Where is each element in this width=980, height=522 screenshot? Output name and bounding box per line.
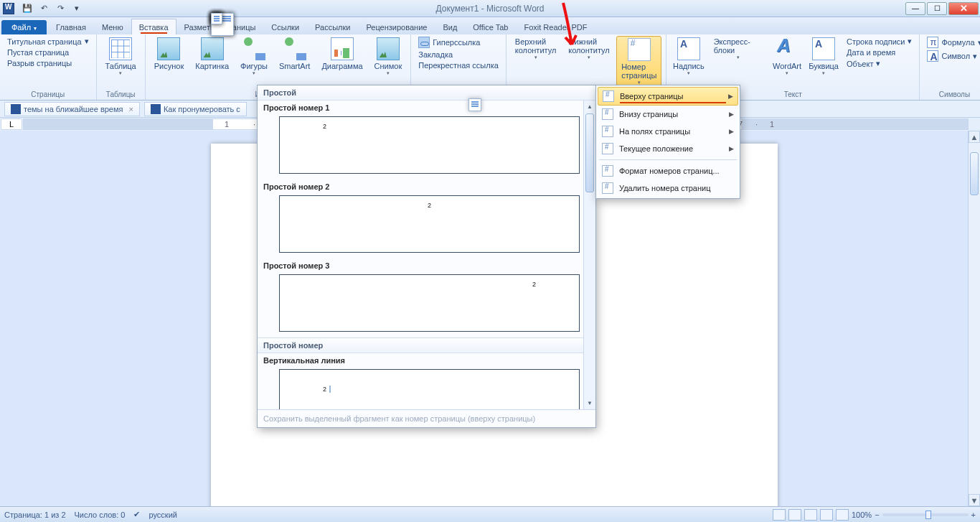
datetime-button[interactable]: Дата и время xyxy=(844,47,915,57)
scroll-thumb[interactable] xyxy=(585,113,594,192)
word-doc-icon xyxy=(11,104,21,114)
qat-customize-icon[interactable]: ▾ xyxy=(70,2,84,15)
object-button[interactable]: Объект ▾ xyxy=(844,58,915,69)
equation-button[interactable]: Формула ▾ xyxy=(924,36,980,49)
signature-line-button[interactable]: Строка подписи ▾ xyxy=(844,36,915,47)
page-top-icon xyxy=(603,90,614,102)
close-button[interactable]: ✕ xyxy=(948,2,979,15)
cover-page-button[interactable]: Титульная страница ▾ xyxy=(4,36,92,47)
scroll-down-icon[interactable]: ▼ xyxy=(584,397,595,409)
window-title: Документ1 - Microsoft Word xyxy=(435,4,544,14)
tab-file[interactable]: Файл xyxy=(1,20,47,34)
chevron-right-icon: ▶ xyxy=(728,93,733,100)
vertical-scrollbar[interactable]: ▲ ▼ xyxy=(968,131,980,506)
shapes-button[interactable]: Фигуры xyxy=(236,36,272,78)
gallery-save-selection: Сохранить выделенный фрагмент как номер … xyxy=(258,409,595,427)
status-spellcheck-icon[interactable]: ✔ xyxy=(133,510,140,519)
gallery-item-2[interactable]: 2 xyxy=(279,195,580,253)
view-web-button[interactable] xyxy=(804,509,817,521)
page-bottom-icon xyxy=(602,108,613,120)
view-draft-button[interactable] xyxy=(836,509,849,521)
footer-button[interactable]: Нижний колонтитул xyxy=(565,36,614,62)
tab-officetab[interactable]: Office Tab xyxy=(465,19,516,34)
view-fullscreen-button[interactable] xyxy=(788,509,801,521)
tab-mailings[interactable]: Рассылки xyxy=(307,19,358,34)
gallery-item-3[interactable]: 2 xyxy=(279,274,580,332)
tab-home[interactable]: Главная xyxy=(48,19,94,34)
app-logo-icon xyxy=(3,3,14,14)
chart-button[interactable]: Диаграмма xyxy=(317,36,367,72)
status-page[interactable]: Страница: 1 из 2 xyxy=(4,511,66,519)
bookmark-button[interactable]: Закладка xyxy=(415,50,501,60)
save-icon[interactable]: 💾 xyxy=(20,2,34,15)
zoom-out-button[interactable]: − xyxy=(875,511,879,519)
view-print-layout-button[interactable] xyxy=(773,509,786,521)
dropcap-button[interactable]: Буквица xyxy=(806,36,841,78)
redo-icon[interactable]: ↷ xyxy=(53,2,67,15)
clipart-button[interactable]: Картинка xyxy=(191,36,233,72)
tab-insert[interactable]: Вставка xyxy=(131,19,176,34)
gallery-category: Простой xyxy=(258,85,595,101)
zoom-slider[interactable] xyxy=(882,513,969,516)
symbol-button[interactable]: Символ ▾ xyxy=(924,50,980,62)
header-button[interactable]: Верхний колонтитул xyxy=(511,36,562,62)
table-button[interactable]: Таблица xyxy=(101,36,141,78)
save-fragment-icon xyxy=(468,98,481,111)
gallery-item-label: Вертикальная линия xyxy=(258,353,595,368)
chevron-right-icon: ▶ xyxy=(729,145,734,152)
menu-top-of-page[interactable]: Вверху страницы▶ xyxy=(598,87,738,106)
smartart-button[interactable]: SmartArt xyxy=(275,36,314,72)
gallery-scrollbar[interactable]: ▲ ▼ xyxy=(583,101,595,409)
status-bar: Страница: 1 из 2 Число слов: 0 ✔ русский… xyxy=(0,506,980,522)
gallery-item-1[interactable]: 2 xyxy=(279,116,580,174)
tab-references[interactable]: Ссылки xyxy=(263,19,307,34)
menu-bottom-of-page[interactable]: Внизу страницы▶ xyxy=(598,106,738,123)
status-zoom[interactable]: 100% xyxy=(852,511,872,519)
page-number-button[interactable]: Номер страницы xyxy=(616,36,661,88)
maximize-button[interactable]: ☐ xyxy=(927,2,947,15)
chevron-right-icon: ▶ xyxy=(729,111,734,118)
minimize-button[interactable]: — xyxy=(905,2,925,15)
page-break-button[interactable]: Разрыв страницы xyxy=(4,58,92,68)
doc-tab-2[interactable]: Как пронумеровать с xyxy=(144,102,247,116)
menu-current-position[interactable]: Текущее положение▶ xyxy=(598,140,738,157)
gallery-item-label: Простой номер 1 xyxy=(258,101,595,115)
chevron-right-icon: ▶ xyxy=(729,128,734,135)
gallery-item-label: Простой номер 3 xyxy=(258,258,595,273)
undo-icon[interactable]: ↶ xyxy=(37,2,51,15)
page-margins-icon xyxy=(602,126,613,137)
tab-review[interactable]: Рецензирование xyxy=(358,19,435,34)
quick-access-toolbar: 💾 ↶ ↷ ▾ xyxy=(20,2,84,15)
screenshot-button[interactable]: Снимок xyxy=(370,36,407,78)
crossref-button[interactable]: Перекрестная ссылка xyxy=(415,60,501,70)
tab-foxit[interactable]: Foxit Reader PDF xyxy=(516,19,595,34)
gallery-item-4[interactable]: 2 xyxy=(279,369,580,409)
wordart-button[interactable]: WordArt xyxy=(771,36,804,78)
group-pages-label: Страницы xyxy=(4,89,92,100)
blank-page-button[interactable]: Пустая страница xyxy=(4,47,92,57)
scroll-up-icon[interactable]: ▲ xyxy=(584,101,595,113)
menu-page-margins[interactable]: На полях страницы▶ xyxy=(598,123,738,140)
close-icon[interactable]: × xyxy=(129,105,133,113)
status-language[interactable]: русский xyxy=(149,511,176,519)
scroll-down-icon[interactable]: ▼ xyxy=(969,494,980,506)
menu-separator xyxy=(599,159,737,160)
ruler-corner[interactable]: L xyxy=(1,118,22,130)
quickparts-button[interactable]: Экспресс-блоки xyxy=(710,36,768,62)
hyperlink-button[interactable]: Гиперссылка xyxy=(415,36,501,49)
doc-tab-1[interactable]: темы на ближайшее время× xyxy=(4,102,140,116)
group-tables-label: Таблицы xyxy=(101,89,141,100)
view-outline-button[interactable] xyxy=(820,509,833,521)
tab-view[interactable]: Вид xyxy=(435,19,465,34)
tab-menu[interactable]: Меню xyxy=(94,19,131,34)
status-words[interactable]: Число слов: 0 xyxy=(75,511,126,519)
zoom-in-button[interactable]: + xyxy=(971,511,976,519)
textbox-button[interactable]: Надпись xyxy=(671,36,707,78)
zoom-handle[interactable] xyxy=(925,511,931,519)
picture-button[interactable]: Рисунок xyxy=(150,36,189,72)
menu-remove-page-numbers[interactable]: Удалить номера страниц xyxy=(598,180,738,197)
menu-format-page-numbers[interactable]: Формат номеров страниц... xyxy=(598,162,738,180)
scroll-thumb[interactable] xyxy=(970,152,979,195)
ribbon-tabs: Файл Главная Меню Вставка Разметка стран… xyxy=(0,17,980,34)
scroll-up-icon[interactable]: ▲ xyxy=(969,131,980,143)
